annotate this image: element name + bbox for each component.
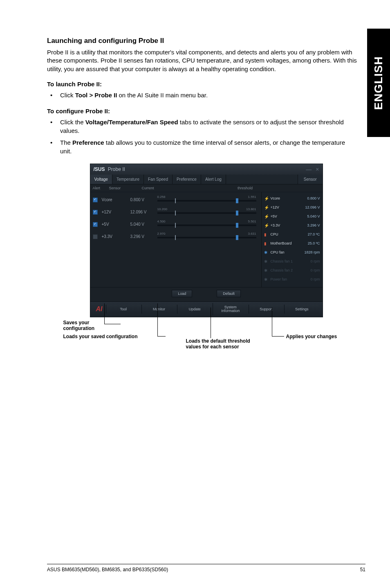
tab-temperature[interactable]: Temperature xyxy=(112,175,144,184)
summary-label: MotherBoard xyxy=(271,241,308,245)
summary-row: ✱Chassis fan 20 rpm xyxy=(264,266,320,275)
summary-label: +12V xyxy=(271,205,305,209)
summary-row: ✱Chassis fan 10 rpm xyxy=(264,257,320,266)
summary-label: CPU xyxy=(271,232,308,236)
threshold-low: 2.970 xyxy=(157,232,166,236)
settings-button[interactable]: Settings xyxy=(284,305,319,314)
summary-value: 0 rpm xyxy=(310,268,320,272)
summary-label: Chassis fan 2 xyxy=(271,268,311,272)
system-info-button[interactable]: System Information xyxy=(213,303,247,315)
summary-value: 0 rpm xyxy=(310,277,320,281)
summary-label: +3.3V xyxy=(271,223,307,227)
tab-spacer xyxy=(226,175,298,184)
configure-heading: To configure Probe II: xyxy=(47,108,365,114)
sensor-current: 5.040 V xyxy=(130,222,155,227)
close-icon[interactable]: × xyxy=(316,166,319,173)
tab-fan-speed[interactable]: Fan Speed xyxy=(144,175,173,184)
configure-bullet-1: Click the Voltage/Temperature/Fan Speed … xyxy=(47,118,358,135)
sensor-list: Vcore 0.800 V 0.258 1.551 +12V 12.096 V … xyxy=(90,192,261,287)
ai-suite-icon[interactable]: AI xyxy=(94,305,105,314)
threshold-high: 13.801 xyxy=(246,207,256,211)
summary-row: ✱CPU fan1828 rpm xyxy=(264,248,320,257)
threshold-low: 10.200 xyxy=(157,207,167,211)
page-footer: ASUS BM6635(MD560), BM6835, and BP6335(S… xyxy=(47,564,365,572)
annot-saves: Saves your configuration xyxy=(63,320,112,332)
summary-value: 1828 rpm xyxy=(304,250,320,254)
summary-value: 27.0 ºC xyxy=(308,232,320,236)
threshold-slider[interactable]: 0.258 1.551 xyxy=(157,196,256,204)
summary-label: +5V xyxy=(271,214,307,218)
side-language-label: ENGLISH xyxy=(372,56,385,110)
summary-row: ⚡Vcore0.800 V xyxy=(264,194,320,203)
sensor-row: +12V 12.096 V 10.200 13.801 xyxy=(93,206,259,218)
sensor-current: 12.096 V xyxy=(130,210,155,214)
thermometer-icon: ▮ xyxy=(264,241,268,245)
support-button[interactable]: Support xyxy=(249,305,283,314)
summary-row: ⚡+12V12.096 V xyxy=(264,203,320,212)
fan-icon: ✱ xyxy=(264,259,268,263)
sensor-name: Vcore xyxy=(102,197,130,202)
footer-page-number: 51 xyxy=(360,567,365,572)
sensor-row: Vcore 0.800 V 0.258 1.551 xyxy=(93,194,259,206)
brand-text: /SUS xyxy=(94,166,105,172)
bottom-bar: AI Tool Monitor Update System Informatio… xyxy=(90,301,323,317)
annot-applies: Applies your changes xyxy=(286,334,360,339)
probe-tabs: Voltage Temperature Fan Speed Preference… xyxy=(90,175,323,184)
sensor-current: 3.296 V xyxy=(130,234,155,239)
bolt-icon: ⚡ xyxy=(264,196,268,200)
probe-logo: /SUS Probe II xyxy=(94,166,125,172)
alert-checkbox[interactable] xyxy=(93,197,98,202)
threshold-slider[interactable]: 4.500 5.501 xyxy=(157,220,256,229)
summary-value: 5.040 V xyxy=(307,214,320,218)
threshold-slider[interactable]: 10.200 13.801 xyxy=(157,208,256,216)
summary-label: Chassis fan 1 xyxy=(271,259,311,263)
load-button[interactable]: Load xyxy=(172,290,192,297)
callout-line xyxy=(272,336,284,337)
callout-line xyxy=(157,303,158,336)
tab-alert-log[interactable]: Alert Log xyxy=(201,175,226,184)
threshold-high: 1.551 xyxy=(248,195,256,199)
head-threshold: threshold xyxy=(170,186,320,190)
sensor-name: +12V xyxy=(102,210,130,214)
summary-label: Power fan xyxy=(271,277,311,281)
probe-window: /SUS Probe II — × Voltage Temperature Fa… xyxy=(90,164,323,317)
sysinfo-line2: Information xyxy=(213,309,247,313)
tool-button[interactable]: Tool xyxy=(106,305,141,314)
section-intro: Probe II is a utility that monitors the … xyxy=(47,48,358,73)
column-headers: Alert Sensor Current threshold xyxy=(90,184,323,192)
tab-sensor[interactable]: Sensor xyxy=(298,175,323,184)
annot-loads: Loads your saved configuration xyxy=(63,334,170,339)
threshold-low: 0.258 xyxy=(157,195,166,199)
summary-value: 25.0 ºC xyxy=(308,241,320,245)
summary-row: ▮MotherBoard25.0 ºC xyxy=(264,239,320,248)
launch-bullet: Click Tool > Probe II on the AI Suite II… xyxy=(47,91,358,99)
sensor-row: +3.3V 3.296 V 2.970 3.631 xyxy=(93,231,259,243)
fan-icon: ✱ xyxy=(264,250,268,254)
head-sensor: Sensor xyxy=(109,186,142,190)
tab-preference[interactable]: Preference xyxy=(173,175,201,184)
summary-row: ⚡+3.3V3.296 V xyxy=(264,221,320,230)
launch-heading: To launch Probe II: xyxy=(47,81,365,88)
tab-voltage[interactable]: Voltage xyxy=(90,175,112,184)
fan-icon: ✱ xyxy=(264,277,268,281)
bolt-icon: ⚡ xyxy=(264,205,268,209)
alert-checkbox[interactable] xyxy=(93,234,98,239)
alert-checkbox[interactable] xyxy=(93,222,98,227)
footer-left: ASUS BM6635(MD560), BM6835, and BP6335(S… xyxy=(47,567,168,572)
section-heading: Launching and configuring Probe II xyxy=(47,37,365,45)
update-button[interactable]: Update xyxy=(177,305,212,314)
threshold-slider[interactable]: 2.970 3.631 xyxy=(157,233,256,241)
summary-value: 3.296 V xyxy=(307,223,320,227)
alert-checkbox[interactable] xyxy=(93,210,98,215)
summary-value: 0.800 V xyxy=(307,196,320,200)
probe-title: Probe II xyxy=(108,166,125,172)
annot-default: Loads the default threshold values for e… xyxy=(186,338,256,350)
sensor-row: +5V 5.040 V 4.500 5.501 xyxy=(93,218,259,231)
minimize-icon[interactable]: — xyxy=(306,166,312,173)
threshold-high: 3.631 xyxy=(248,232,256,236)
configure-bullet-2: The Preference tab allows you to customi… xyxy=(47,138,358,155)
monitor-button[interactable]: Monitor xyxy=(141,305,176,314)
sensor-name: +5V xyxy=(102,222,130,227)
summary-row: ✱Power fan0 rpm xyxy=(264,275,320,284)
default-button[interactable]: Default xyxy=(217,290,241,297)
